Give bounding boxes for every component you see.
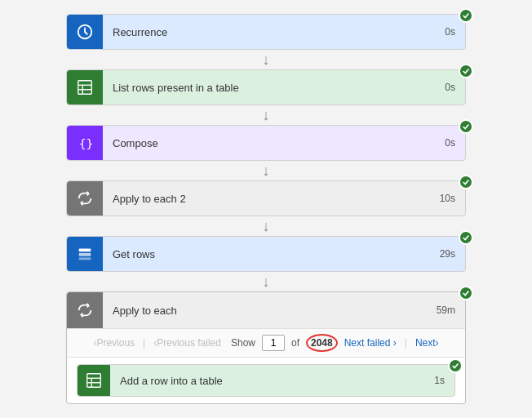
next-button[interactable]: Next ›: [412, 336, 442, 349]
checkmark-icon: [462, 233, 470, 242]
svg-rect-7: [79, 253, 91, 256]
inner-step-row: Add a row into a table 1s: [67, 358, 465, 403]
loop-icon-2: [76, 301, 94, 319]
svg-rect-6: [79, 249, 91, 252]
flow-canvas: Recurrence 0s ↓ List rows present in a t…: [21, 6, 511, 412]
table-icon: [76, 78, 94, 96]
arrow-1: ↓: [263, 50, 270, 69]
table-icon-2: [85, 371, 103, 389]
svg-text:{}: {}: [79, 136, 94, 150]
total-pages: 2048: [306, 334, 338, 352]
step-card-list-rows[interactable]: List rows present in a table 0s: [66, 69, 466, 105]
braces-icon: {}: [76, 134, 94, 152]
pagination-bar: ‹ Previous | ‹ Previous failed Show of 2…: [67, 328, 465, 358]
step-row-compose: {} Compose 0s: [21, 125, 511, 161]
step-label-apply-each-2: Apply to each 2: [103, 193, 440, 205]
step-card-get-rows[interactable]: Get rows 29s: [66, 236, 466, 272]
step-duration-add-row: 1s: [434, 375, 454, 386]
add-row-icon-bg: [78, 365, 110, 396]
expanded-header[interactable]: Apply to each 59m: [67, 292, 465, 328]
checkmark-icon: [451, 362, 459, 370]
list-rows-icon-bg: [67, 70, 103, 104]
step-row-apply-each: Apply to each 59m ‹ Previous | ‹ Previou…: [21, 291, 511, 404]
previous-failed-button[interactable]: ‹ Previous failed: [150, 336, 224, 349]
arrow-2: ↓: [263, 105, 270, 125]
check-badge-get-rows: [459, 230, 473, 245]
check-badge-add-row: [448, 358, 463, 373]
step-duration-list-rows: 0s: [445, 82, 465, 93]
separator-2: |: [405, 337, 407, 349]
step-card-recurrence[interactable]: Recurrence 0s: [66, 14, 466, 50]
svg-rect-9: [87, 374, 101, 388]
previous-button[interactable]: ‹ Previous: [90, 336, 138, 349]
step-row-apply-each-2: Apply to each 2 10s: [21, 180, 511, 216]
step-duration-get-rows: 29s: [440, 248, 465, 260]
check-badge-recurrence: [459, 8, 473, 23]
arrow-4: ↓: [263, 216, 270, 236]
next-failed-button[interactable]: Next failed ›: [344, 337, 397, 349]
apply-each-icon-bg: [67, 292, 103, 328]
checkmark-icon: [462, 67, 470, 75]
step-duration-apply-each: 59m: [437, 305, 465, 316]
step-duration-apply-each-2: 10s: [440, 193, 465, 204]
arrow-3: ↓: [263, 161, 270, 180]
db-icon: [76, 245, 94, 263]
step-label-recurrence: Recurrence: [103, 26, 445, 38]
step-card-apply-each-2[interactable]: Apply to each 2 10s: [66, 180, 466, 216]
expanded-card-apply-each: Apply to each 59m ‹ Previous | ‹ Previou…: [66, 291, 466, 404]
checkmark-icon: [462, 11, 470, 20]
check-badge-apply-each-2: [459, 175, 473, 189]
step-card-compose[interactable]: {} Compose 0s: [66, 125, 466, 161]
check-badge-apply-each: [459, 286, 473, 300]
step-duration-compose: 0s: [445, 137, 465, 149]
step-label-add-row: Add a row into a table: [110, 375, 434, 387]
svg-rect-8: [79, 258, 91, 260]
recurrence-icon-bg: [67, 15, 103, 49]
step-row-get-rows: Get rows 29s: [21, 236, 511, 272]
check-badge-list-rows: [459, 64, 473, 78]
checkmark-icon: [462, 289, 470, 297]
clock-icon: [76, 23, 94, 41]
get-rows-icon-bg: [67, 237, 103, 271]
checkmark-icon: [462, 178, 470, 186]
arrow-5: ↓: [263, 272, 270, 291]
step-label-get-rows: Get rows: [103, 248, 440, 260]
loop-icon: [76, 189, 94, 207]
step-label-compose: Compose: [103, 137, 445, 149]
show-label: Show: [231, 337, 255, 349]
checkmark-icon: [462, 122, 470, 131]
step-row-list-rows: List rows present in a table 0s: [21, 69, 511, 105]
step-label-apply-each: Apply to each: [103, 305, 437, 317]
step-duration-recurrence: 0s: [445, 26, 465, 38]
inner-step-card-add-row[interactable]: Add a row into a table 1s: [77, 364, 455, 397]
of-label: of: [291, 337, 299, 349]
check-badge-compose: [459, 119, 473, 134]
step-label-list-rows: List rows present in a table: [103, 82, 445, 94]
separator-1: |: [143, 337, 145, 349]
svg-rect-1: [78, 81, 92, 95]
compose-icon-bg: {}: [67, 126, 103, 160]
step-row-recurrence: Recurrence 0s: [21, 14, 511, 50]
apply-each-2-icon-bg: [67, 181, 103, 216]
page-input[interactable]: [262, 335, 285, 351]
